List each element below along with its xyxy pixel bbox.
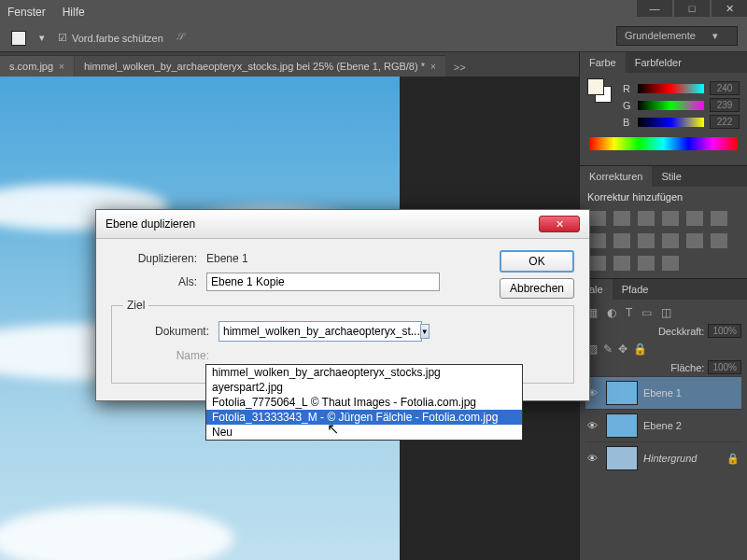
check-icon: ☑ (58, 32, 67, 44)
document-dropdown[interactable]: himmel_wolken_by_archaeopteryx_st... ▼ (218, 321, 422, 342)
doc-tab-1-label: s.com.jpg (9, 61, 53, 72)
as-label: Als: (111, 275, 197, 288)
brightness-icon[interactable] (589, 211, 606, 226)
brush-icon[interactable]: 𝒮 (176, 31, 195, 46)
more-icon[interactable] (662, 256, 679, 271)
doc-tab-1[interactable]: s.com.jpg × (0, 55, 74, 77)
g-value[interactable]: 239 (710, 98, 740, 112)
eye-icon[interactable]: 👁 (587, 420, 600, 431)
filter-shape-icon[interactable]: ▭ (641, 306, 652, 319)
doc-tab-2-label: himmel_wolken_by_archaeopteryx_stocks.jp… (84, 61, 425, 72)
threshold-icon[interactable] (589, 256, 606, 271)
add-adjustment-label: Korrektur hinzufügen (580, 187, 747, 207)
selective-icon[interactable] (638, 256, 655, 271)
dropdown-option[interactable]: Fotolia_7775064_L © Thaut Images - Fotol… (206, 395, 522, 410)
menu-fenster[interactable]: Fenster (7, 6, 46, 19)
protect-fg-label: Vord.farbe schützen (72, 33, 163, 44)
tab-korrekturen[interactable]: Korrekturen (580, 166, 652, 187)
maximize-button[interactable]: □ (674, 0, 710, 17)
chevron-down-icon[interactable]: ▾ (39, 32, 45, 44)
eye-icon[interactable]: 👁 (587, 453, 600, 464)
curves-icon[interactable] (638, 211, 655, 226)
b-value[interactable]: 222 (710, 115, 740, 129)
dialog-title: Ebene duplizieren (106, 217, 195, 231)
close-button[interactable]: ✕ (712, 0, 747, 17)
tab-farbfelder[interactable]: Farbfelder (626, 52, 691, 73)
photo-filter-icon[interactable] (613, 233, 630, 248)
r-value[interactable]: 240 (710, 81, 740, 95)
document-label: Dokument: (123, 325, 209, 338)
vibrance-icon[interactable] (686, 211, 703, 226)
lock-icon: 🔒 (726, 453, 740, 465)
layers-panel: ale Pfade ▦ ◐ T ▭ ◫ Deckkraft:100% ▨✎✥🔒 … (580, 278, 747, 478)
lookup-icon[interactable] (662, 233, 679, 248)
exposure-icon[interactable] (662, 211, 679, 226)
dialog-close-button[interactable]: ✕ (539, 216, 580, 232)
opacity-label: Deckkraft: (658, 326, 705, 337)
chevron-down-icon: ▾ (712, 30, 718, 42)
close-icon[interactable]: × (59, 62, 64, 72)
chevron-down-icon: ▼ (420, 324, 430, 339)
b-slider[interactable] (638, 118, 704, 127)
poster-icon[interactable] (711, 233, 727, 248)
layer-row-2[interactable]: 👁Ebene 2 (585, 409, 741, 441)
g-label: G (623, 100, 632, 111)
layers-filter-bar: ▦ ◐ T ▭ ◫ (585, 303, 741, 322)
duplicate-value: Ebene 1 (206, 252, 248, 265)
tab-farbe[interactable]: Farbe (580, 52, 626, 73)
opacity-value[interactable]: 100% (708, 324, 741, 338)
dialog-titlebar[interactable]: Ebene duplizieren ✕ (96, 210, 589, 239)
window-controls: — □ ✕ (635, 0, 747, 17)
cancel-button[interactable]: Abbrechen (500, 278, 574, 299)
layer-name: Ebene 1 (643, 387, 682, 399)
ok-button[interactable]: OK (500, 250, 574, 273)
adjustment-icons (580, 207, 747, 274)
color-panel-tabs: Farbe Farbfelder (580, 52, 747, 73)
layer-row-bg[interactable]: 👁Hintergrund🔒 (585, 441, 741, 474)
dropdown-option-selected[interactable]: Fotolia_31333343_M - © Jürgen Fälchle - … (206, 410, 522, 425)
dropdown-option[interactable]: Neu (206, 425, 522, 440)
mixer-icon[interactable] (638, 233, 655, 248)
layer-name: Ebene 2 (643, 420, 682, 431)
spectrum-bar[interactable] (589, 137, 738, 150)
tab-pfade[interactable]: Pfade (613, 279, 658, 300)
lock-paint-icon[interactable]: ✎ (603, 343, 613, 356)
invert-icon[interactable] (686, 233, 703, 248)
lock-pos-icon[interactable]: ✥ (618, 343, 627, 356)
lock-all-icon[interactable]: 🔒 (633, 343, 647, 356)
fg-bg-swatches[interactable] (587, 78, 612, 132)
filter-adj-icon[interactable]: ◐ (607, 306, 616, 319)
bw-icon[interactable] (589, 233, 606, 248)
menu-hilfe[interactable]: Hilfe (63, 6, 85, 19)
hue-icon[interactable] (711, 211, 727, 226)
close-icon[interactable]: × (430, 62, 436, 72)
duplicate-label: Duplizieren: (111, 252, 197, 265)
document-dropdown-value: himmel_wolken_by_archaeopteryx_st... (223, 325, 420, 338)
right-panels: Farbe Farbfelder R240 G239 B222 Korrektu… (579, 52, 747, 560)
fill-label: Fläche: (670, 362, 704, 373)
destination-legend: Ziel (123, 299, 148, 312)
doc-tab-2[interactable]: himmel_wolken_by_archaeopteryx_stocks.jp… (75, 55, 445, 77)
g-slider[interactable] (638, 101, 704, 110)
layer-row-1[interactable]: 👁Ebene 1 (585, 376, 741, 409)
minimize-button[interactable]: — (637, 0, 672, 17)
workspace-dropdown[interactable]: Grundelemente ▾ (616, 26, 738, 46)
name-label: Name: (123, 349, 209, 362)
gradient-icon[interactable] (613, 256, 630, 271)
tabs-overflow[interactable]: >> (446, 58, 473, 77)
filter-text-icon[interactable]: T (626, 306, 632, 319)
filter-smart-icon[interactable]: ◫ (661, 306, 671, 319)
as-input[interactable] (206, 273, 440, 291)
dropdown-option[interactable]: ayerspart2.jpg (206, 380, 522, 395)
layer-thumb (606, 413, 638, 438)
levels-icon[interactable] (613, 211, 630, 226)
protect-fg-checkbox[interactable]: ☑ Vord.farbe schützen (58, 32, 163, 44)
b-label: B (623, 117, 632, 128)
dropdown-option[interactable]: himmel_wolken_by_archaeopteryx_stocks.jp… (206, 365, 522, 380)
workspace-label: Grundelemente (625, 30, 696, 41)
tab-stile[interactable]: Stile (652, 166, 690, 187)
fg-swatch[interactable] (11, 31, 26, 46)
fill-value[interactable]: 100% (708, 360, 741, 374)
r-slider[interactable] (638, 84, 704, 93)
adjustments-panel: Korrekturen Stile Korrektur hinzufügen (580, 165, 747, 274)
